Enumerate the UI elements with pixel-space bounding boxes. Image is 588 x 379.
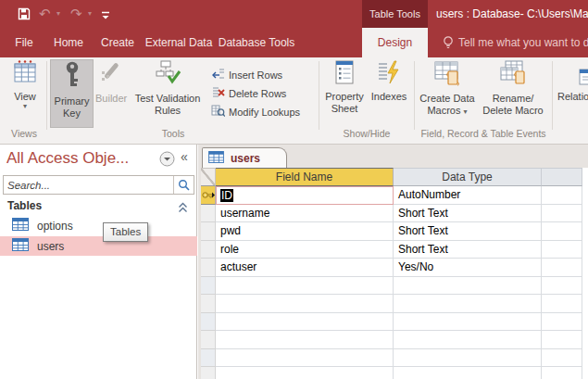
description-cell[interactable] <box>542 186 582 205</box>
description-cell[interactable] <box>542 313 582 332</box>
data-type-cell[interactable]: AutoNumber <box>394 186 542 205</box>
insert-rows-button[interactable]: Insert Rows <box>211 67 282 83</box>
undo-icon[interactable]: ↶ <box>39 0 51 28</box>
data-type-cell[interactable] <box>394 277 542 296</box>
row-selector[interactable] <box>201 241 216 259</box>
nav-item-users[interactable]: users <box>0 236 197 256</box>
modify-lookups-button[interactable]: Modify Lookups <box>211 104 300 120</box>
title-bar: ↶ ▾ ↷ ▾ Table Tools users : Database- C:… <box>0 0 588 28</box>
field-name-cell[interactable] <box>216 349 394 368</box>
search-icon[interactable] <box>173 176 194 194</box>
field-name-cell[interactable] <box>216 295 394 313</box>
rename-delete-macro-button[interactable]: Rename/ Delete Macro <box>478 59 548 117</box>
row-selector[interactable] <box>201 205 216 223</box>
description-cell[interactable] <box>542 331 582 349</box>
field-name-cell[interactable] <box>216 313 394 332</box>
description-cell[interactable] <box>542 241 582 259</box>
collapse-group-icon[interactable] <box>178 200 188 217</box>
grid-corner-cell[interactable] <box>201 168 216 186</box>
undo-dropdown-icon[interactable]: ▾ <box>56 0 60 28</box>
nav-pane-title[interactable]: All Access Obje... <box>6 149 156 168</box>
create-data-macros-icon <box>432 74 462 90</box>
row-selector[interactable] <box>201 349 216 368</box>
field-name-cell[interactable] <box>216 277 394 296</box>
rename-delete-macro-label: Rename/ Delete Macro <box>478 93 548 117</box>
row-selector[interactable] <box>201 277 216 296</box>
tab-home[interactable]: Home <box>49 28 88 57</box>
description-cell[interactable] <box>542 295 582 313</box>
table-icon <box>12 218 29 234</box>
primary-key-icon <box>62 77 82 93</box>
tab-file[interactable]: File <box>10 28 38 57</box>
tell-me-lightbulb-icon <box>442 35 455 54</box>
tell-me-box[interactable]: Tell me what you want to d <box>458 28 588 57</box>
delete-rows-button[interactable]: Delete Rows <box>211 85 286 102</box>
field-name-cell[interactable]: username <box>216 205 394 223</box>
create-data-macros-button[interactable]: Create Data Macros ▾ <box>419 59 476 117</box>
row-selector[interactable] <box>201 367 216 379</box>
row-selector[interactable] <box>201 222 216 241</box>
row-selector[interactable] <box>201 313 216 332</box>
field-name-column-header[interactable]: Field Name <box>216 168 394 186</box>
redo-dropdown-icon[interactable]: ▾ <box>88 0 92 28</box>
tab-design[interactable]: Design <box>362 28 428 57</box>
view-button[interactable]: View ▾ <box>6 59 44 110</box>
data-type-cell[interactable] <box>394 295 542 313</box>
description-cell[interactable] <box>542 222 582 241</box>
builder-wand-icon <box>99 74 123 90</box>
tab-create[interactable]: Create <box>97 28 138 57</box>
description-cell[interactable] <box>542 277 582 296</box>
search-input[interactable] <box>7 177 165 193</box>
property-sheet-button[interactable]: Property Sheet <box>322 59 367 115</box>
row-selector[interactable] <box>201 331 216 349</box>
document-tab-users[interactable]: users <box>202 147 287 168</box>
field-name-cell[interactable]: pwd <box>216 222 394 241</box>
row-selector[interactable] <box>201 259 216 277</box>
field-row-role: role Short Text <box>201 241 582 259</box>
save-icon[interactable] <box>17 6 31 25</box>
data-type-cell[interactable] <box>394 367 542 379</box>
tab-external-data[interactable]: External Data <box>141 28 217 57</box>
nav-menu-dropdown-icon[interactable] <box>159 151 175 171</box>
field-row-id: ID AutoNumber <box>201 186 582 205</box>
row-selector-primary-key[interactable] <box>201 186 216 205</box>
data-type-cell[interactable]: Short Text <box>394 222 542 241</box>
shutter-bar-close-icon[interactable]: « <box>181 149 188 164</box>
view-dropdown-icon: ▾ <box>6 103 44 110</box>
description-cell[interactable] <box>542 205 582 223</box>
grid-header-row: Field Name Data Type <box>201 168 582 186</box>
create-data-macros-dropdown-icon: ▾ <box>464 107 468 116</box>
empty-row <box>201 277 582 296</box>
data-type-cell[interactable]: Short Text <box>394 241 542 259</box>
row-selector[interactable] <box>201 295 216 313</box>
field-name-cell[interactable]: actuser <box>216 259 394 277</box>
field-name-cell[interactable] <box>216 367 394 379</box>
test-validation-rules-button[interactable]: Test Validation Rules <box>129 59 206 117</box>
data-type-cell[interactable] <box>394 313 542 332</box>
data-type-cell[interactable]: Short Text <box>394 205 542 223</box>
data-type-cell[interactable] <box>394 349 542 368</box>
description-cell[interactable] <box>542 349 582 368</box>
redo-icon[interactable]: ↷ <box>70 0 82 28</box>
customize-quick-access-icon[interactable] <box>100 8 111 25</box>
navigation-pane: All Access Obje... « Tables options user… <box>0 145 197 379</box>
field-name-cell[interactable] <box>216 331 394 349</box>
indexes-button[interactable]: Indexes <box>369 59 409 103</box>
ribbon: View ▾ Views Primary Key Builder Test Va… <box>0 57 588 145</box>
field-row-actuser: actuser Yes/No <box>201 259 582 277</box>
data-type-column-header[interactable]: Data Type <box>394 168 542 186</box>
data-type-cell[interactable] <box>394 331 542 349</box>
description-cell[interactable] <box>542 367 582 379</box>
relationships-button[interactable]: Relationships <box>557 59 588 103</box>
field-name-cell[interactable]: ID <box>216 186 394 205</box>
field-name-cell[interactable]: role <box>216 241 394 259</box>
nav-group-header-tables[interactable]: Tables <box>7 199 42 212</box>
group-separator <box>319 61 319 130</box>
data-type-cell[interactable]: Yes/No <box>394 259 542 277</box>
primary-key-button[interactable]: Primary Key <box>50 59 94 128</box>
nav-item-options[interactable]: options <box>0 216 197 235</box>
description-cell[interactable] <box>542 259 582 277</box>
tab-database-tools[interactable]: Database Tools <box>215 28 298 57</box>
builder-button[interactable]: Builder <box>95 59 127 105</box>
description-column-header[interactable] <box>542 168 582 186</box>
